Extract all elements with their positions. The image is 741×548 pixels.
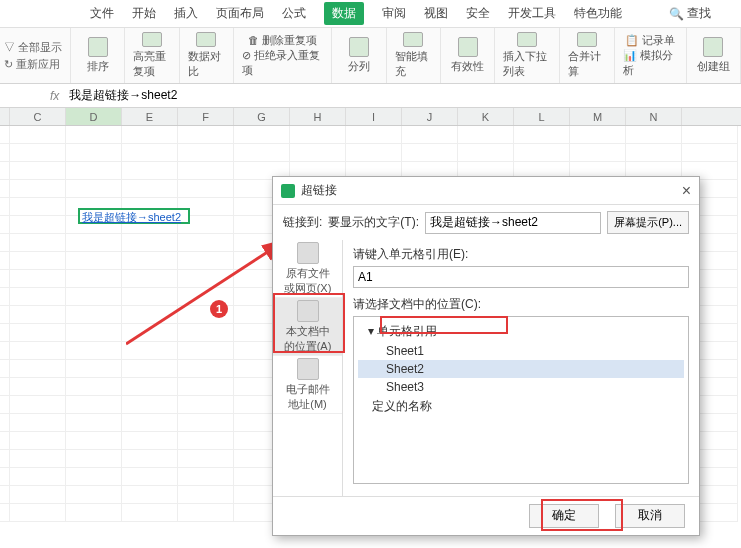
col-h[interactable]: H [290,108,346,125]
tab-dev[interactable]: 开发工具 [508,5,556,22]
col-e[interactable]: E [122,108,178,125]
tab-security[interactable]: 安全 [466,5,490,22]
simulation-btn[interactable]: 📊 模拟分析 [623,48,678,78]
col-i[interactable]: I [346,108,402,125]
fx-label[interactable]: fx [50,89,59,103]
tab-view[interactable]: 视图 [424,5,448,22]
col-n[interactable]: N [626,108,682,125]
smartfill-button[interactable]: 智能填充 [387,28,441,83]
ok-button[interactable]: 确定 [529,504,599,528]
dialog-icon [281,184,295,198]
tab-special[interactable]: 特色功能 [574,5,622,22]
linkto-sidebar: 原有文件或网页(X) 本文档中的位置(A) 电子邮件地址(M) [273,240,343,496]
tree-sheet3[interactable]: Sheet3 [358,378,684,396]
ribbon-tabs: 文件 开始 插入 页面布局 公式 数据 审阅 视图 安全 开发工具 特色功能 🔍… [0,0,741,28]
dedup-group: 🗑 删除重复项 ⊘ 拒绝录入重复项 [234,28,332,83]
dialog-titlebar: 超链接 × [273,177,699,205]
tab-formula[interactable]: 公式 [282,5,306,22]
col-l[interactable]: L [514,108,570,125]
reapply[interactable]: ↻ 重新应用 [4,57,66,72]
col-m[interactable]: M [570,108,626,125]
validity-button[interactable]: 有效性 [441,28,495,83]
cancel-button[interactable]: 取消 [615,504,685,528]
close-icon[interactable]: × [682,182,691,200]
tab-insert[interactable]: 插入 [174,5,198,22]
consolidate-button[interactable]: 合并计算 [560,28,614,83]
marker-1: 1 [210,300,228,318]
record-btn[interactable]: 📋 记录单 [625,33,675,48]
split-button[interactable]: 分列 [332,28,386,83]
highlight-dup-button[interactable]: 高亮重复项 [125,28,179,83]
tree-defined-names[interactable]: 定义的名称 [358,396,684,417]
tab-pagelayout[interactable]: 页面布局 [216,5,264,22]
col-g[interactable]: G [234,108,290,125]
dropdown-button[interactable]: 插入下拉列表 [495,28,560,83]
column-headers: C D E F G H I J K L M N [0,108,741,126]
side-email[interactable]: 电子邮件地址(M) [273,356,342,414]
side-existing-file[interactable]: 原有文件或网页(X) [273,240,342,298]
cellref-label: 请键入单元格引用(E): [353,246,689,263]
show-all[interactable]: ▽ 全部显示 [4,40,66,55]
display-label: 要显示的文字(T): [328,214,419,231]
formula-bar: fx [0,84,741,108]
tab-file[interactable]: 文件 [90,5,114,22]
group-button[interactable]: 创建组 [687,28,741,83]
remove-dup[interactable]: 🗑 删除重复项 [248,33,317,48]
col-c[interactable]: C [10,108,66,125]
active-cell-d6[interactable]: 我是超链接→sheet2 [78,208,190,224]
location-label: 请选择文档中的位置(C): [353,296,689,313]
search-button[interactable]: 🔍 查找 [669,5,711,22]
col-d[interactable]: D [66,108,122,125]
compare-button[interactable]: 数据对比 [180,28,234,83]
linkto-label: 链接到: [283,214,322,231]
tab-data[interactable]: 数据 [324,2,364,25]
reject-dup[interactable]: ⊘ 拒绝录入重复项 [242,48,323,78]
location-tree[interactable]: ▾ 单元格引用 Sheet1 Sheet2 Sheet3 定义的名称 [353,316,689,484]
tab-review[interactable]: 审阅 [382,5,406,22]
dialog-title: 超链接 [301,182,337,199]
tree-cellref[interactable]: ▾ 单元格引用 [358,321,684,342]
display-text-input[interactable] [425,212,601,234]
tooltip-button[interactable]: 屏幕提示(P)... [607,211,689,234]
tree-sheet2[interactable]: Sheet2 [358,360,684,378]
hyperlink-dialog: 超链接 × 链接到: 要显示的文字(T): 屏幕提示(P)... 原有文件或网页… [272,176,700,536]
cellref-input[interactable] [353,266,689,288]
sort-button[interactable]: 排序 [71,28,125,83]
tree-sheet1[interactable]: Sheet1 [358,342,684,360]
col-j[interactable]: J [402,108,458,125]
tab-start[interactable]: 开始 [132,5,156,22]
record-group: 📋 记录单 📊 模拟分析 [615,28,687,83]
formula-input[interactable] [69,89,691,103]
toolbar: ▽ 全部显示 ↻ 重新应用 排序 高亮重复项 数据对比 🗑 删除重复项 ⊘ 拒绝… [0,28,741,84]
col-f[interactable]: F [178,108,234,125]
side-place-in-doc[interactable]: 本文档中的位置(A) [273,298,342,356]
col-k[interactable]: K [458,108,514,125]
